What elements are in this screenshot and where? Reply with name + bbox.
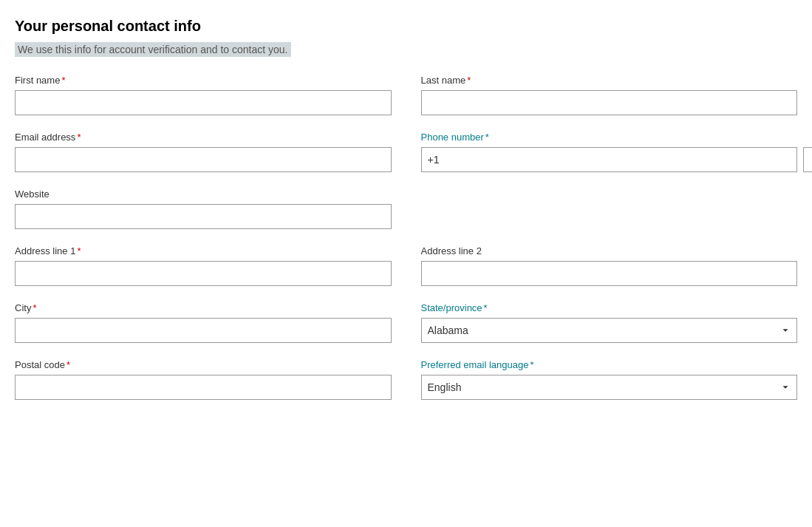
email-label: Email address* (15, 132, 392, 143)
contact-form: First name* Last name* Email address* Ph… (15, 75, 797, 416)
city-group: City* (15, 302, 392, 343)
state-label: State/province* (421, 302, 798, 313)
page-subtitle: We use this info for account verificatio… (15, 42, 291, 57)
website-group: Website (15, 188, 392, 229)
email-input[interactable] (15, 147, 392, 172)
phone-label: Phone number* (421, 132, 798, 143)
state-select[interactable]: AlabamaAlaskaArizonaArkansasCaliforniaCo… (421, 318, 798, 343)
email-group: Email address* (15, 132, 392, 172)
last-name-label: Last name* (421, 75, 798, 86)
first-name-input[interactable] (15, 90, 392, 115)
phone-inputs (421, 147, 798, 172)
address2-group: Address line 2 (421, 245, 798, 286)
city-input[interactable] (15, 318, 392, 343)
website-input[interactable] (15, 204, 392, 229)
language-select[interactable]: EnglishFrenchSpanishGermanPortugueseItal… (421, 375, 798, 400)
city-label: City* (15, 302, 392, 313)
first-name-label: First name* (15, 75, 392, 86)
last-name-input[interactable] (421, 90, 798, 115)
address2-label: Address line 2 (421, 245, 798, 256)
phone-group: Phone number* (421, 132, 798, 172)
address1-group: Address line 1* (15, 245, 392, 286)
language-group: Preferred email language* EnglishFrenchS… (421, 359, 798, 400)
postal-code-input[interactable] (15, 375, 392, 400)
page-title: Your personal contact info (15, 18, 797, 35)
language-label: Preferred email language* (421, 359, 798, 370)
first-name-group: First name* (15, 75, 392, 115)
phone-country-input[interactable] (421, 147, 798, 172)
address2-input[interactable] (421, 261, 798, 286)
postal-code-group: Postal code* (15, 359, 392, 400)
postal-code-label: Postal code* (15, 359, 392, 370)
address1-label: Address line 1* (15, 245, 392, 256)
website-label: Website (15, 188, 392, 200)
phone-area-input[interactable] (803, 147, 812, 172)
website-spacer (421, 188, 798, 229)
state-group: State/province* AlabamaAlaskaArizonaArka… (421, 302, 798, 343)
last-name-group: Last name* (421, 75, 798, 115)
address1-input[interactable] (15, 261, 392, 286)
